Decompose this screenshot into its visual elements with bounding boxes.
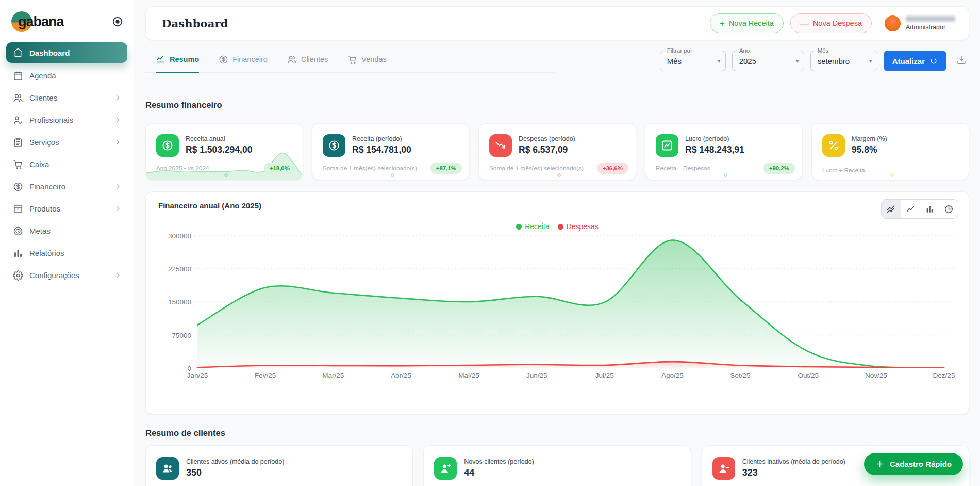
clipboard-icon: [13, 137, 23, 148]
chevron-down-icon: ▾: [796, 58, 799, 64]
pie-chart-toggle-button[interactable]: [939, 200, 958, 218]
plus-icon: [875, 460, 884, 468]
area-chart-toggle-button[interactable]: [882, 200, 901, 218]
refresh-button[interactable]: Atualizar: [884, 51, 946, 71]
new-income-button[interactable]: + Nova Receita: [710, 13, 784, 33]
card-value: 323: [742, 467, 845, 478]
card-value: R$ 148.243,91: [685, 144, 744, 155]
chevron-right-icon: [114, 183, 121, 190]
cart-icon: [347, 55, 357, 64]
filter-by-select[interactable]: Filtrar por Mês ▾: [660, 51, 726, 71]
card-subtext: Soma de 1 mês(es) selecionado(s): [323, 165, 417, 172]
spinner-circle-icon: [929, 57, 938, 65]
sidebar-item-label: Profissionais: [29, 116, 73, 124]
user-menu[interactable]: Administrador: [885, 15, 955, 31]
tab-clientes[interactable]: Clientes: [287, 48, 328, 72]
x-tick-label: Nov/25: [855, 371, 896, 379]
card-despesas-periodo: Despesas (período) R$ 6.537,09 Soma de 1…: [478, 123, 636, 180]
chart-type-toggle-group: [881, 199, 958, 219]
sidebar-item-caixa[interactable]: Caixa: [6, 155, 127, 174]
financial-summary-heading: Resumo financeiro: [145, 100, 969, 110]
card-title: Despesas (período): [519, 134, 575, 142]
legend-item-receita[interactable]: Receita: [516, 222, 549, 231]
x-tick-label: Jan/25: [177, 371, 218, 379]
sidebar-item-label: Agenda: [29, 71, 56, 80]
users-icon: [13, 93, 23, 103]
sidebar-item-label: Produtos: [29, 204, 60, 213]
clients-summary-heading: Resumo de clientes: [145, 428, 969, 438]
sidebar-item-agenda[interactable]: Agenda: [6, 66, 127, 85]
tab-financeiro[interactable]: Financeiro: [219, 48, 268, 72]
y-axis-labels: 075000150000225000300000: [158, 235, 191, 368]
sidebar-item-produtos[interactable]: Produtos: [6, 199, 127, 218]
page-title: Dashboard: [162, 17, 228, 30]
sidebar: gabana Dashboard Agenda Clientes: [0, 0, 134, 486]
sidebar-item-configuracoes[interactable]: Configurações: [6, 266, 127, 285]
chart-title: Financeiro anual (Ano 2025): [158, 201, 956, 210]
tab-vendas[interactable]: Vendas: [347, 48, 386, 72]
legend-item-despesas[interactable]: Despesas: [558, 222, 599, 231]
chart-legend: ReceitaDespesas: [158, 222, 956, 231]
brand-name: gabana: [18, 14, 64, 30]
gear-icon: [13, 270, 23, 281]
sidebar-item-clientes[interactable]: Clientes: [6, 88, 127, 107]
accent-dot: [391, 173, 394, 177]
month-value: setembro: [818, 57, 850, 66]
percent-icon: [822, 134, 845, 157]
card-subtext: Soma de 1 mês(es) selecionado(s): [489, 165, 584, 172]
sidebar-item-relatorios[interactable]: Relatórios: [6, 244, 127, 263]
card-title: Receita (período): [352, 134, 411, 142]
sidebar-item-dashboard[interactable]: Dashboard: [6, 42, 127, 63]
trend-line-icon: [156, 54, 165, 64]
card-value: 350: [186, 467, 284, 478]
card-receita-periodo: Receita (período) R$ 154.781,00 Soma de …: [312, 123, 470, 180]
home-icon: [13, 47, 23, 58]
sidebar-item-servicos[interactable]: Serviços: [6, 133, 127, 152]
sidebar-item-profissionais[interactable]: Profissionais: [6, 110, 127, 129]
sidebar-item-label: Clientes: [29, 93, 57, 102]
area-chart-plot: [195, 235, 957, 368]
sidebar-item-metas[interactable]: Metas: [6, 221, 127, 240]
year-select[interactable]: Ano 2025 ▾: [732, 51, 804, 71]
page: gabana Dashboard Agenda Clientes: [0, 0, 980, 486]
card-title: Receita anual: [186, 134, 252, 142]
legend-dot: [558, 224, 563, 230]
month-select[interactable]: Mês setembro ▾: [810, 51, 877, 71]
card-receita-anual: Receita anual R$ 1.503.294,00 Ano 2025 •…: [145, 123, 303, 180]
user-name-redacted: [906, 16, 955, 22]
card-value: R$ 1.503.294,00: [186, 144, 252, 155]
sidebar-item-label: Dashboard: [29, 48, 70, 57]
new-expense-button[interactable]: — Nova Despesa: [790, 13, 872, 33]
sidebar-nav: Dashboard Agenda Clientes Profissionais …: [6, 42, 127, 285]
archive-icon: [13, 204, 23, 214]
download-button[interactable]: [956, 54, 969, 68]
quick-register-button[interactable]: Cadastro Rápido: [864, 453, 963, 475]
card-value: 44: [464, 467, 534, 478]
chevron-right-icon: [114, 94, 121, 101]
sidebar-item-label: Relatórios: [29, 249, 64, 257]
trend-badge: +87,1%: [430, 163, 462, 174]
sidebar-collapse-icon[interactable]: [112, 16, 123, 27]
financial-summary-cards: Receita anual R$ 1.503.294,00 Ano 2025 •…: [145, 123, 969, 180]
x-tick-label: Ago/25: [652, 371, 693, 379]
sidebar-item-label: Metas: [29, 226, 51, 235]
bar-chart-toggle-button[interactable]: [920, 200, 939, 218]
accent-dot: [724, 173, 727, 177]
x-axis-labels: Jan/25Fev/25Mar/25Abr/25Mai/25Jun/25Jul/…: [195, 371, 957, 383]
card-title: Margem (%): [852, 134, 887, 142]
card-subtext: Ano 2025 • vs 2024: [156, 165, 209, 172]
sidebar-item-financeiro[interactable]: Financeiro: [6, 177, 127, 196]
page-header: Dashboard + Nova Receita — Nova Despesa …: [145, 6, 969, 40]
line-chart-toggle-button[interactable]: [901, 200, 920, 218]
y-tick-label: 75000: [172, 331, 191, 339]
x-tick-label: Set/25: [720, 371, 761, 379]
card-value: R$ 6.537,09: [519, 144, 575, 155]
legend-dot: [516, 224, 522, 230]
card-clientes-ativos: Clientes ativos (média do período) 350: [145, 445, 413, 486]
x-tick-label: Jun/25: [516, 371, 557, 379]
area-chart-icon: [886, 204, 896, 214]
trend-badge: +18,0%: [264, 163, 295, 174]
card-title: Novos clientes (período): [464, 457, 534, 465]
download-icon: [956, 54, 967, 66]
tab-resumo[interactable]: Resumo: [156, 48, 199, 73]
